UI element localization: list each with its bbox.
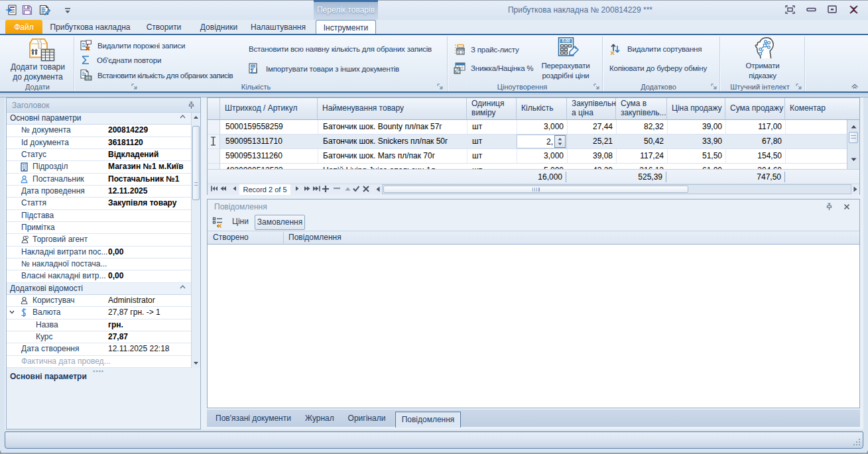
svg-text:0.00: 0.00 (562, 38, 570, 43)
